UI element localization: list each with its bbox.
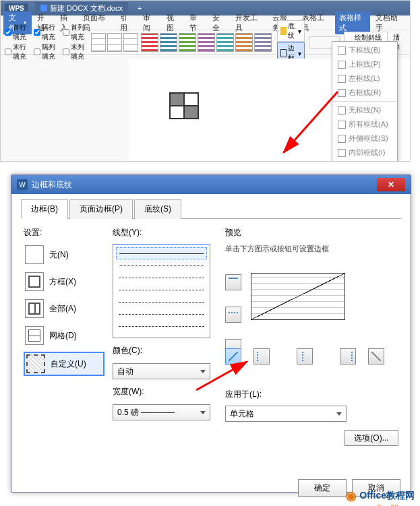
settings-list: 无(N) 方框(X) 全部(A) 网格(D) xyxy=(24,244,104,376)
tab-page-border[interactable]: 页面边框(P) xyxy=(69,199,133,219)
close-icon: ✕ xyxy=(388,180,394,189)
style-preset-1[interactable] xyxy=(91,33,106,52)
h-middle-icon xyxy=(229,312,238,321)
line-style-5[interactable] xyxy=(116,296,207,308)
chk-banded-col[interactable]: 隔列填充 xyxy=(34,42,60,61)
setting-grid[interactable]: 网格(D) xyxy=(24,325,104,346)
right-line-icon xyxy=(343,352,353,361)
dd-outside-borders[interactable]: 外侧框线(S) xyxy=(332,131,397,146)
menu-security[interactable]: 安全 xyxy=(208,11,230,34)
custom-icon xyxy=(26,354,45,373)
sample-table[interactable] xyxy=(169,92,199,119)
close-button[interactable]: ✕ xyxy=(377,178,405,191)
dd-no-border[interactable]: 无框线(N) xyxy=(332,103,397,117)
fill-options: 首行填充 末行填充 xyxy=(5,23,31,61)
apply-select[interactable]: 单元格 xyxy=(225,406,347,422)
pv-diag-up[interactable] xyxy=(368,348,384,365)
dd-inside-borders[interactable]: 内部框线(I) xyxy=(332,146,397,160)
color-style-2[interactable] xyxy=(160,33,177,52)
box-icon xyxy=(25,272,44,291)
line-style-2[interactable] xyxy=(116,259,207,272)
border-icon xyxy=(280,49,287,57)
style-preset-2[interactable] xyxy=(107,33,122,52)
tab-shading[interactable]: 底纹(S) xyxy=(134,199,181,219)
ok-button[interactable]: 确定 xyxy=(298,479,347,497)
all-borders-icon xyxy=(338,121,346,129)
dd-right-border[interactable]: 右框线(R) xyxy=(332,86,397,100)
watermark-logo-icon: ◉ xyxy=(346,488,357,503)
color-label: 颜色(C): xyxy=(113,345,217,356)
dd-bottom-border[interactable]: 下框线(B) xyxy=(332,43,397,57)
line-style-column: 线型(Y): 颜色(C): 自动 xyxy=(113,227,217,446)
settings-label: 设置: xyxy=(24,227,104,239)
options-button[interactable]: 选项(O)... xyxy=(344,430,398,446)
line-style-3[interactable] xyxy=(116,272,207,284)
dialog-content: 设置: 无(N) 方框(X) 全部(A) xyxy=(21,219,401,454)
apply-row: 应用于(L): 单元格 选项(O)... xyxy=(225,389,398,446)
colored-style-gallery xyxy=(141,33,272,52)
pv-right-border[interactable] xyxy=(340,348,356,365)
setting-all[interactable]: 全部(A) xyxy=(24,298,104,319)
menu-review[interactable]: 审阅 xyxy=(139,11,160,34)
dd-top-border[interactable]: 上框线(P) xyxy=(332,57,397,71)
chk-first-col[interactable]: 首列填充 xyxy=(63,23,89,42)
chevron-down-icon xyxy=(336,412,342,416)
tab-border[interactable]: 边框(B) xyxy=(21,199,68,219)
dialog-container: W 边框和底纹 ✕ 边框(B) 页面边框(P) 底纹(S) 设置: xyxy=(11,175,411,503)
diagonal-up-icon xyxy=(371,352,381,361)
menu-references[interactable]: 引用 xyxy=(116,11,138,34)
dialog-titlebar[interactable]: W 边框和底纹 ✕ xyxy=(11,175,411,194)
settings-column: 设置: 无(N) 方框(X) 全部(A) xyxy=(24,227,104,446)
color-style-7[interactable] xyxy=(254,33,272,52)
line-style-6[interactable] xyxy=(116,308,207,320)
watermark-url: www.office26.com xyxy=(355,503,415,506)
chk-first-row[interactable]: 首行填充 xyxy=(5,23,31,42)
color-style-3[interactable] xyxy=(179,33,196,52)
chk-banded-row[interactable]: 隔行填充 xyxy=(34,23,60,42)
line-style-7[interactable] xyxy=(116,320,207,332)
color-select[interactable]: 自动 xyxy=(113,363,210,379)
setting-custom[interactable]: 自定义(U) xyxy=(24,352,104,376)
top-border-icon xyxy=(338,61,346,69)
preview-diagram[interactable] xyxy=(251,273,345,320)
chk-last-col[interactable]: 末列填充 xyxy=(63,42,89,61)
fill-options-3: 首列填充 末列填充 xyxy=(63,23,89,61)
setting-none[interactable]: 无(N) xyxy=(24,244,104,265)
menu-section[interactable]: 章节 xyxy=(185,11,207,34)
color-style-4[interactable] xyxy=(198,33,215,52)
no-border-icon xyxy=(338,106,346,115)
diagonal-down-icon xyxy=(229,352,238,361)
dd-left-border[interactable]: 左框线(L) xyxy=(332,71,397,86)
dialog-body: 边框(B) 页面边框(P) 底纹(S) 设置: 无(N) xyxy=(11,194,411,460)
chk-last-row[interactable]: 末行填充 xyxy=(5,42,31,61)
pv-h-middle[interactable] xyxy=(225,307,241,323)
dialog-tabs: 边框(B) 页面边框(P) 底纹(S) xyxy=(21,199,401,219)
shading-button[interactable]: 底纹 ▾ xyxy=(277,20,305,42)
pv-v-middle[interactable] xyxy=(297,348,313,365)
grid-icon-setting xyxy=(25,326,44,345)
width-select[interactable]: 0.5 磅 xyxy=(113,404,210,420)
dd-all-borders[interactable]: 所有框线(A) xyxy=(332,117,397,131)
menu-devtools[interactable]: 开发工具 xyxy=(231,11,267,34)
color-style-1[interactable] xyxy=(141,33,158,52)
preview-label: 预览 xyxy=(225,227,398,239)
pv-diag-down[interactable] xyxy=(225,348,241,365)
pv-left-border[interactable] xyxy=(253,348,270,365)
left-line-icon xyxy=(257,352,266,361)
setting-box[interactable]: 方框(X) xyxy=(24,271,104,292)
menu-doc-helper[interactable]: 文档助手 xyxy=(371,11,407,34)
right-border-icon xyxy=(338,89,346,97)
watermark: ◉ Office教程网 www.office26.com xyxy=(346,488,415,503)
color-style-6[interactable] xyxy=(235,33,253,52)
line-style-4[interactable] xyxy=(116,284,207,296)
line-style-solid[interactable] xyxy=(116,247,207,259)
all-icon xyxy=(25,299,44,318)
pv-top-border[interactable] xyxy=(225,274,241,290)
style-preset-3[interactable] xyxy=(123,33,138,52)
line-style-list[interactable] xyxy=(113,244,210,338)
menu-view[interactable]: 视图 xyxy=(162,11,184,34)
preview-hint: 单击下方图示或按钮可设置边框 xyxy=(225,244,398,254)
v-middle-icon xyxy=(302,352,311,361)
color-style-5[interactable] xyxy=(216,33,234,52)
menu-table-style[interactable]: 表格样式 xyxy=(335,11,371,34)
